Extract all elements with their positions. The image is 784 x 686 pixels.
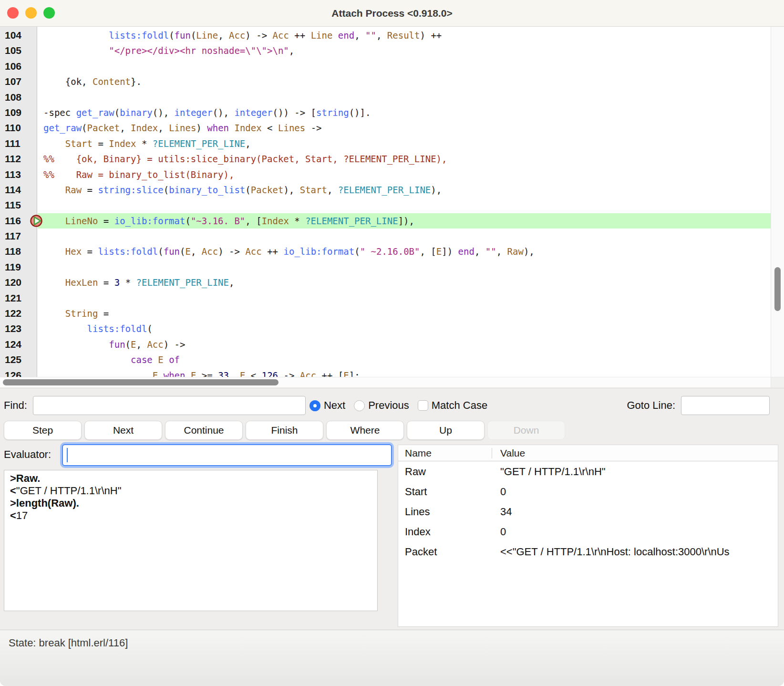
- goto-line-input[interactable]: [681, 396, 770, 415]
- code-token: ,: [289, 45, 294, 56]
- line-number[interactable]: 117: [0, 229, 37, 244]
- line-number[interactable]: 124: [0, 337, 37, 352]
- vertical-scrollbar-thumb[interactable]: [774, 267, 781, 311]
- var-name: Lines: [405, 506, 430, 518]
- radio-next[interactable]: Next: [309, 399, 345, 412]
- line-number[interactable]: 110: [0, 120, 37, 135]
- var-name: Index: [405, 526, 431, 538]
- line-number[interactable]: 123: [0, 321, 37, 336]
- evaluator-input[interactable]: [62, 444, 392, 466]
- code-token: Result: [387, 30, 420, 41]
- code-token: [43, 323, 87, 334]
- line-number[interactable]: 114: [0, 182, 37, 197]
- code-token: String: [65, 308, 98, 319]
- code-token: ): [196, 123, 207, 133]
- line-number[interactable]: 104: [0, 28, 37, 43]
- code-token: fun: [175, 30, 191, 41]
- radio-previous-icon[interactable]: [354, 400, 365, 411]
- code-token: integer: [175, 107, 213, 118]
- line-number[interactable]: 109: [0, 105, 37, 120]
- up-button[interactable]: Up: [407, 421, 485, 440]
- table-row[interactable]: Packet<<"GET / HTTP/1.1\r\nHost: localho…: [398, 541, 778, 561]
- code-token: lists:foldl: [98, 246, 158, 257]
- line-number[interactable]: 106: [0, 59, 37, 74]
- line-number[interactable]: 105: [0, 43, 37, 58]
- step-button[interactable]: Step: [4, 421, 82, 440]
- code-token: (: [158, 246, 163, 257]
- breakpoint-marker[interactable]: [29, 214, 43, 228]
- column-divider[interactable]: [492, 448, 492, 458]
- code-editor[interactable]: 1041051061071081091101111121131141151161…: [0, 27, 784, 377]
- variables-panel: Name Value Raw"GET / HTTP/1.1\r\nH"Start…: [398, 445, 778, 627]
- line-number[interactable]: 119: [0, 260, 37, 275]
- match-case-checkbox-icon[interactable]: [418, 400, 428, 411]
- code-token: E: [186, 246, 191, 257]
- line-number[interactable]: 115: [0, 197, 37, 213]
- column-header-name[interactable]: Name: [405, 447, 432, 459]
- code-token: ];: [349, 370, 360, 377]
- code-token: (),: [213, 107, 235, 118]
- line-number[interactable]: 121: [0, 291, 37, 306]
- code-token: ,: [354, 30, 365, 41]
- code-token: Line: [196, 30, 218, 41]
- table-row[interactable]: Raw"GET / HTTP/1.1\r\nH": [398, 461, 778, 481]
- line-number[interactable]: 108: [0, 90, 37, 105]
- code-token: [43, 138, 65, 149]
- code-token: "": [365, 30, 376, 41]
- find-input[interactable]: [33, 396, 306, 415]
- table-row[interactable]: Start0: [398, 481, 778, 501]
- radio-next-icon[interactable]: [309, 400, 320, 411]
- code-token: (: [245, 185, 250, 195]
- vertical-scrollbar[interactable]: [771, 27, 784, 377]
- continue-button[interactable]: Continue: [165, 421, 243, 440]
- evaluator-row: Evaluator:: [0, 444, 396, 468]
- match-case-checkbox[interactable]: Match Case: [418, 399, 487, 412]
- table-row[interactable]: Index0: [398, 521, 778, 541]
- radio-previous[interactable]: Previous: [354, 399, 409, 412]
- line-number[interactable]: 118: [0, 244, 37, 259]
- code-token: ++: [262, 246, 284, 257]
- radio-next-label: Next: [324, 399, 345, 412]
- var-value: "GET / HTTP/1.1\r\nH": [500, 466, 776, 478]
- line-number[interactable]: 120: [0, 275, 37, 290]
- prompt-char: >: [10, 472, 16, 484]
- code-token: E: [158, 354, 163, 365]
- horizontal-scrollbar[interactable]: [0, 377, 771, 387]
- code-token: Index: [109, 138, 136, 149]
- code-line: HexLen = 3 * ?ELEMENT_PER_LINE,: [38, 275, 771, 290]
- code-line: %% {ok, Binary} = utils:slice_binary(Pac…: [38, 151, 771, 166]
- next-button[interactable]: Next: [84, 421, 162, 440]
- code-token: %% Raw = binary_to_list(Binary),: [43, 169, 234, 180]
- code-line: lists:foldl(: [38, 321, 771, 336]
- code-token: =: [82, 246, 98, 257]
- line-number[interactable]: 122: [0, 306, 37, 321]
- code-token: ->: [305, 123, 321, 133]
- finish-button[interactable]: Finish: [246, 421, 323, 440]
- line-number[interactable]: 126: [0, 368, 37, 377]
- code-token: ?ELEMENT_PER_LINE: [338, 185, 431, 195]
- line-number[interactable]: 125: [0, 352, 37, 367]
- goto-line-group: Goto Line:: [627, 396, 770, 415]
- code-token: ,: [120, 123, 131, 133]
- code-token: Lines: [169, 123, 196, 133]
- code-token: Start: [65, 138, 93, 149]
- code-token: , [: [420, 246, 436, 257]
- evaluator-output[interactable]: >Raw.<"GET / HTTP/1.1\r\nH">length(Raw).…: [4, 470, 378, 611]
- column-header-value[interactable]: Value: [500, 447, 525, 459]
- code-token: ()].: [349, 107, 371, 118]
- code-token: io_lib:format: [114, 216, 186, 226]
- code-area[interactable]: lists:foldl(fun(Line, Acc) -> Acc ++ Lin…: [38, 27, 771, 377]
- code-token: ,: [327, 185, 338, 195]
- code-token: Index: [234, 123, 261, 133]
- code-token: Acc: [273, 30, 289, 41]
- line-number[interactable]: 112: [0, 151, 37, 166]
- code-token: ) ++: [420, 30, 442, 41]
- where-button[interactable]: Where: [326, 421, 404, 440]
- line-number[interactable]: 113: [0, 167, 37, 182]
- line-number[interactable]: 111: [0, 136, 37, 151]
- line-number[interactable]: 107: [0, 74, 37, 89]
- table-row[interactable]: Lines34: [398, 501, 778, 521]
- horizontal-scrollbar-thumb[interactable]: [3, 379, 279, 385]
- code-token: [185, 370, 190, 377]
- code-line: fun(E, Acc) ->: [38, 337, 771, 352]
